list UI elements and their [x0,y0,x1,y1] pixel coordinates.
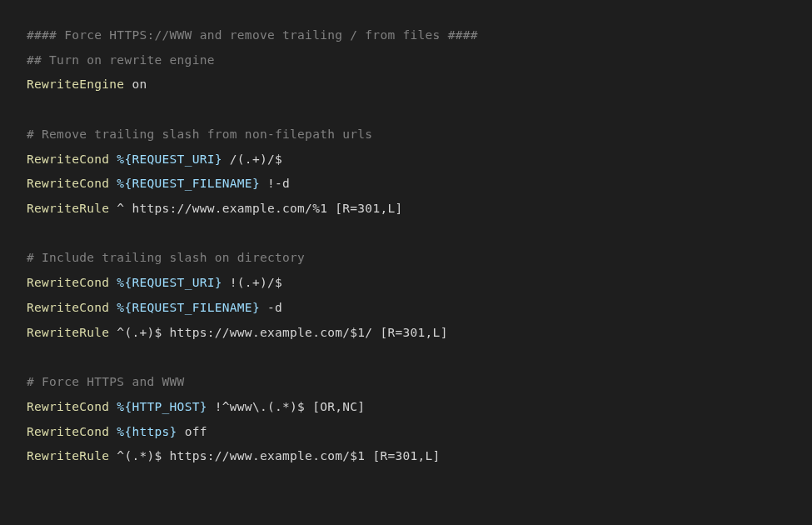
code-line [27,345,785,370]
code-segment-variable: %{REQUEST_FILENAME} [117,301,260,314]
code-segment-value [109,425,117,438]
code-segment-value: -d [260,301,282,314]
code-segment-comment: #### Force HTTPS://WWW and remove traili… [27,28,478,42]
code-line: RewriteCond %{REQUEST_FILENAME} !-d [27,172,785,197]
code-line: RewriteEngine on [27,72,785,98]
code-segment-directive: RewriteCond [27,400,109,413]
code-segment-directive: RewriteCond [27,301,109,314]
code-segment-comment: # Include trailing slash on directory [27,251,305,264]
code-segment-value [109,177,117,190]
code-segment-flags: [R=301,L] [372,449,440,462]
code-segment-variable: %{HTTP_HOST} [117,400,207,413]
code-segment-comment: # Force HTTPS and WWW [27,375,185,388]
code-line: # Force HTTPS and WWW [27,370,785,395]
code-segment-comment: ## Turn on rewrite engine [27,53,215,67]
code-segment-variable: %{REQUEST_URI} [117,276,222,289]
code-segment-directive: RewriteCond [27,425,109,438]
code-line: # Remove trailing slash from non-filepat… [27,122,785,148]
code-segment-value: ^(.*)$ https://www.example.com/$1 [109,449,372,462]
code-segment-directive: RewriteRule [27,326,109,339]
code-segment-flags: [OR,NC] [312,400,365,413]
code-segment-value: !^www\.(.*)$ [207,400,312,413]
code-segment-value: !(.+)/$ [222,276,282,289]
code-segment-flags: [R=301,L] [335,202,402,215]
code-segment-flags: [R=301,L] [380,326,447,339]
code-line: RewriteCond %{REQUEST_FILENAME} -d [27,296,785,321]
code-segment-value: on [124,78,147,91]
code-segment-blank [27,227,34,240]
code-segment-variable: %{https} [117,425,177,438]
code-segment-directive: RewriteCond [27,276,109,289]
code-segment-value: !-d [260,177,290,190]
code-segment-directive: RewriteRule [27,202,109,215]
code-line: RewriteRule ^ https://www.example.com/%1… [27,197,785,222]
code-line [27,222,785,247]
code-line: RewriteCond %{https} off [27,420,785,445]
code-line: RewriteCond %{REQUEST_URI} !(.+)/$ [27,271,785,296]
code-segment-variable: %{REQUEST_URI} [117,152,222,166]
code-segment-variable: %{REQUEST_FILENAME} [117,177,260,190]
code-line: RewriteRule ^(.+)$ https://www.example.c… [27,321,785,346]
code-line: # Include trailing slash on directory [27,246,785,271]
code-segment-blank [27,350,34,363]
code-segment-directive: RewriteCond [27,152,109,166]
code-segment-value [109,152,117,166]
code-line: RewriteCond %{HTTP_HOST} !^www\.(.*)$ [O… [27,395,785,420]
code-segment-value: ^(.+)$ https://www.example.com/$1/ [109,326,380,339]
code-container: #### Force HTTPS://WWW and remove traili… [27,23,785,469]
code-segment-directive: RewriteRule [27,449,109,462]
code-segment-value: ^ https://www.example.com/%1 [109,202,335,215]
code-block: #### Force HTTPS://WWW and remove traili… [0,0,812,525]
code-segment-value [109,276,117,289]
code-segment-value: /(.+)/$ [222,152,282,166]
code-segment-value [109,400,117,413]
code-segment-directive: RewriteCond [27,177,109,190]
code-segment-comment: # Remove trailing slash from non-filepat… [27,128,372,141]
code-segment-directive: RewriteEngine [27,78,124,91]
code-segment-value: off [177,425,207,438]
code-segment-value [109,301,117,314]
code-line: RewriteRule ^(.*)$ https://www.example.c… [27,444,785,469]
code-line [27,98,785,122]
code-segment-blank [27,102,34,116]
code-line: #### Force HTTPS://WWW and remove traili… [27,23,785,48]
code-line: ## Turn on rewrite engine [27,48,785,73]
code-line: RewriteCond %{REQUEST_URI} /(.+)/$ [27,148,785,172]
